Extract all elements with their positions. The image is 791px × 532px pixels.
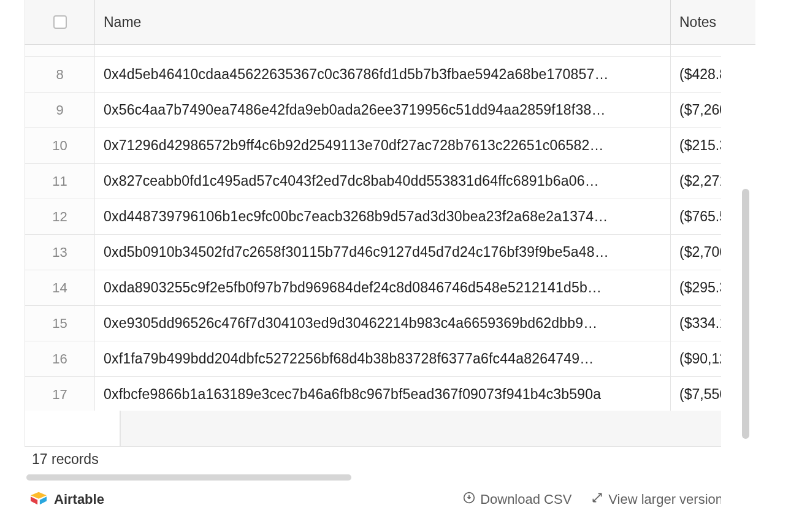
table-row[interactable]: 140xda8903255c9f2e5fb0f97b7bd969684def24…: [25, 270, 755, 306]
airtable-brand-label: Airtable: [54, 492, 104, 507]
name-cell[interactable]: 0x71296d42986572b9ff4c6b92d2549113e70df2…: [95, 128, 671, 163]
row-number-cell: [25, 45, 95, 56]
view-larger-label: View larger version: [608, 492, 723, 507]
airtable-brand[interactable]: Airtable: [29, 490, 104, 509]
row-number-cell: 8: [25, 57, 95, 92]
name-cell[interactable]: 0xd5b0910b34502fd7c2658f30115b77d46c9127…: [95, 235, 671, 270]
name-cell[interactable]: 0x827ceabb0fd1c495ad57c4043f2ed7dc8bab40…: [95, 164, 671, 199]
row-number-cell: 13: [25, 235, 95, 270]
horizontal-scrollbar-thumb[interactable]: [26, 474, 351, 481]
table-row[interactable]: 120xd448739796106b1ec9fc00bc7eacb3268b9d…: [25, 199, 755, 235]
row-number-cell: 14: [25, 270, 95, 305]
name-cell[interactable]: [95, 45, 671, 56]
download-csv-label: Download CSV: [480, 492, 571, 507]
table-header-row: Name Notes: [25, 0, 755, 45]
table-row[interactable]: 110x827ceabb0fd1c495ad57c4043f2ed7dc8bab…: [25, 164, 755, 199]
table-row[interactable]: 170xfbcfe9866b1a163189e3cec7b46a6fb8c967…: [25, 377, 755, 412]
name-cell[interactable]: 0xf1fa79b499bdd204dbfc5272256bf68d4b38b8…: [95, 341, 671, 376]
view-larger-button[interactable]: View larger version: [591, 492, 723, 507]
table-row[interactable]: 150xe9305dd96526c476f7d304103ed9d3046221…: [25, 306, 755, 341]
airtable-logo-icon: [29, 490, 48, 509]
right-margin: [721, 0, 756, 532]
table-body: 80x4d5eb46410cdaa45622635367c0c36786fd1d…: [25, 45, 755, 412]
name-cell-text: 0xfbcfe9866b1a163189e3cec7b46a6fb8c967bf…: [104, 386, 662, 403]
table-row[interactable]: 80x4d5eb46410cdaa45622635367c0c36786fd1d…: [25, 57, 755, 93]
record-count-bar: 17 records: [25, 446, 721, 472]
row-number-cell: 17: [25, 377, 95, 412]
name-cell-text: 0x4d5eb46410cdaa45622635367c0c36786fd1d5…: [104, 66, 662, 83]
download-csv-button[interactable]: Download CSV: [463, 492, 571, 507]
horizontal-scrollbar-track[interactable]: [25, 473, 756, 482]
row-number-cell: 16: [25, 341, 95, 376]
table-row[interactable]: [25, 45, 755, 57]
name-cell[interactable]: 0xfbcfe9866b1a163189e3cec7b46a6fb8c967bf…: [95, 377, 671, 412]
name-cell-text: 0x71296d42986572b9ff4c6b92d2549113e70df2…: [104, 137, 662, 154]
row-number-cell: 9: [25, 93, 95, 127]
row-number-cell: 11: [25, 164, 95, 199]
table-container: Name Notes 80x4d5eb46410cdaa45622635367c…: [25, 0, 756, 472]
row-number-cell: 15: [25, 306, 95, 341]
name-cell-text: 0xda8903255c9f2e5fb0f97b7bd969684def24c8…: [104, 279, 662, 296]
expand-icon: [591, 492, 603, 507]
name-cell[interactable]: 0x4d5eb46410cdaa45622635367c0c36786fd1d5…: [95, 57, 671, 92]
name-cell-text: 0x56c4aa7b7490ea7486e42fda9eb0ada26ee371…: [104, 102, 662, 118]
name-cell[interactable]: 0x56c4aa7b7490ea7486e42fda9eb0ada26ee371…: [95, 93, 671, 127]
name-cell[interactable]: 0xda8903255c9f2e5fb0f97b7bd969684def24c8…: [95, 270, 671, 305]
table-row[interactable]: 90x56c4aa7b7490ea7486e42fda9eb0ada26ee37…: [25, 93, 755, 128]
name-cell-text: 0xf1fa79b499bdd204dbfc5272256bf68d4b38b8…: [104, 351, 662, 367]
table-row[interactable]: 160xf1fa79b499bdd204dbfc5272256bf68d4b38…: [25, 341, 755, 377]
name-cell[interactable]: 0xe9305dd96526c476f7d304103ed9d30462214b…: [95, 306, 671, 341]
vertical-scrollbar-thumb[interactable]: [742, 189, 749, 439]
header-checkbox-cell: [25, 0, 95, 44]
column-header-notes-label: Notes: [679, 14, 716, 31]
table-row[interactable]: 130xd5b0910b34502fd7c2658f30115b77d46c91…: [25, 235, 755, 270]
row-number-cell: 12: [25, 199, 95, 234]
column-header-notes[interactable]: Notes: [671, 0, 756, 44]
column-header-name[interactable]: Name: [95, 0, 671, 44]
record-count-label: 17 records: [32, 451, 99, 468]
column-header-name-label: Name: [104, 14, 141, 31]
name-cell-text: 0xd448739796106b1ec9fc00bc7eacb3268b9d57…: [104, 208, 662, 225]
empty-grid-area: [120, 411, 755, 447]
row-number-cell: 10: [25, 128, 95, 163]
name-cell[interactable]: 0xd448739796106b1ec9fc00bc7eacb3268b9d57…: [95, 199, 671, 234]
footer-bar: Airtable Download CSV View larger versio…: [29, 489, 723, 510]
name-cell-text: 0xe9305dd96526c476f7d304103ed9d30462214b…: [104, 315, 662, 332]
name-cell-text: 0xd5b0910b34502fd7c2658f30115b77d46c9127…: [104, 244, 662, 260]
download-icon: [463, 492, 475, 507]
table-row[interactable]: 100x71296d42986572b9ff4c6b92d2549113e70d…: [25, 128, 755, 164]
select-all-checkbox[interactable]: [53, 15, 67, 29]
name-cell-text: 0x827ceabb0fd1c495ad57c4043f2ed7dc8bab40…: [104, 173, 662, 189]
